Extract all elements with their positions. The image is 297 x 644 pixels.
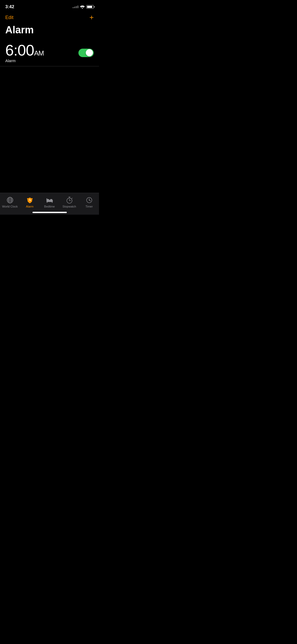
svg-point-0 xyxy=(82,8,83,9)
alarm-toggle[interactable] xyxy=(78,49,94,57)
alarm-label: Alarm xyxy=(5,58,44,63)
bedtime-label: Bedtime xyxy=(44,205,55,208)
signal-icon xyxy=(73,6,78,8)
svg-rect-17 xyxy=(46,198,47,200)
svg-point-26 xyxy=(89,200,89,201)
svg-point-11 xyxy=(31,198,32,200)
alarm-list: 6:00AM Alarm xyxy=(0,40,99,66)
stopwatch-label: Stopwatch xyxy=(63,205,76,208)
alarm-tab-label: Alarm xyxy=(26,205,34,208)
bedtime-icon xyxy=(46,196,53,204)
alarm-time-block: 6:00AM Alarm xyxy=(5,43,44,63)
tab-stopwatch[interactable]: Stopwatch xyxy=(62,196,77,208)
toggle-knob xyxy=(86,49,93,56)
alarm-item[interactable]: 6:00AM Alarm xyxy=(0,40,99,66)
svg-rect-15 xyxy=(47,202,48,203)
status-time: 3:42 xyxy=(5,4,14,10)
battery-icon xyxy=(86,5,94,9)
svg-rect-14 xyxy=(50,199,52,200)
edit-button[interactable]: Edit xyxy=(5,15,13,20)
alarm-ampm: AM xyxy=(34,49,44,57)
alarm-time: 6:00AM xyxy=(5,43,44,58)
svg-rect-13 xyxy=(47,199,49,200)
wifi-icon xyxy=(80,5,85,9)
svg-rect-16 xyxy=(52,202,53,203)
tab-bedtime[interactable]: Bedtime xyxy=(42,196,58,208)
world-clock-icon xyxy=(6,196,14,204)
tab-bar: World Clock Alarm xyxy=(0,193,99,215)
alarm-tab-icon xyxy=(26,196,34,204)
world-clock-label: World Clock xyxy=(2,205,18,208)
tab-alarm[interactable]: Alarm xyxy=(22,196,38,208)
home-indicator xyxy=(32,212,67,213)
timer-label: Timer xyxy=(86,205,93,208)
add-alarm-button[interactable]: + xyxy=(89,14,94,21)
timer-icon xyxy=(86,196,93,204)
header: Edit + xyxy=(0,12,99,23)
status-icons xyxy=(73,5,94,9)
stopwatch-icon xyxy=(66,196,73,204)
svg-line-23 xyxy=(72,198,72,199)
page-title: Alarm xyxy=(0,23,99,40)
tab-world-clock[interactable]: World Clock xyxy=(2,196,18,208)
svg-point-10 xyxy=(27,198,28,200)
tab-timer[interactable]: Timer xyxy=(81,196,97,208)
status-bar: 3:42 xyxy=(0,0,99,12)
